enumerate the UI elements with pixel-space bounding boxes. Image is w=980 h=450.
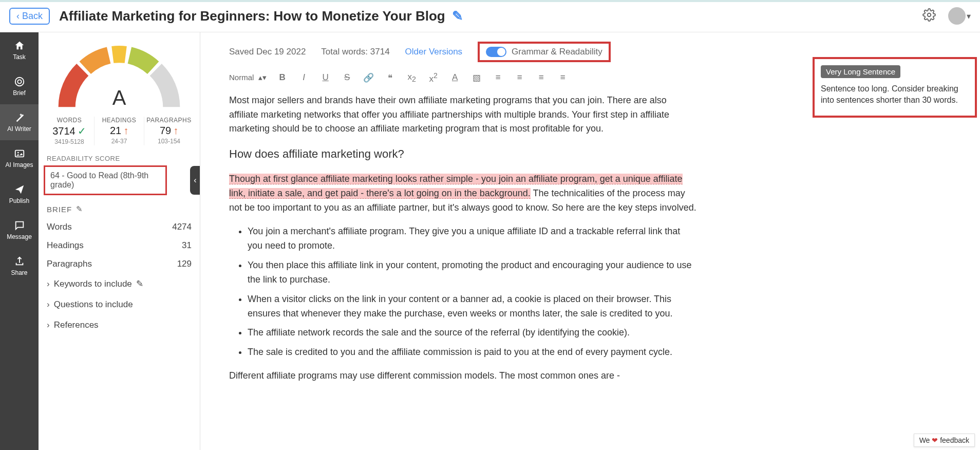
grammar-label: Grammar & Readability [512,47,602,57]
share-icon [14,256,25,267]
nav-ai-images[interactable]: AI Images [0,140,39,176]
svg-point-4 [17,152,18,154]
chevron-right-icon: › [47,299,50,310]
nav-publish[interactable]: Publish [0,176,39,212]
paragraph: Though at first glance affiliate marketi… [229,172,698,215]
send-icon [14,184,25,195]
target-icon [14,76,25,87]
user-menu[interactable]: ▾ [948,7,971,25]
stat-headings: HEADINGS 21↑ 24-37 [95,117,144,145]
grade-letter: A [112,86,126,109]
nav-share[interactable]: Share [0,248,39,284]
grammar-tooltip: Very Long Sentence Sentence too long. Co… [813,57,977,118]
avatar-icon [948,7,966,25]
svg-point-1 [15,78,24,86]
svg-rect-3 [15,151,24,157]
unordered-list-button[interactable]: ≡ [514,72,525,83]
heart-icon: ❤ [932,436,938,444]
heading: How does affiliate marketing work? [229,145,698,163]
readability-score: 64 - Good to Read (8th-9th grade) [44,165,167,195]
edit-icon[interactable]: ✎ [136,278,143,289]
feedback-widget[interactable]: We ❤ feedback [914,434,975,447]
list-item: You then place this affiliate link in yo… [248,258,698,287]
settings-icon[interactable] [922,8,936,24]
chevron-left-icon: ‹ [16,11,20,21]
back-button[interactable]: ‹ Back [9,8,50,25]
strike-button[interactable]: S [342,72,353,83]
check-icon: ✓ [78,125,86,137]
list-item: The affiliate network records the sale a… [248,326,698,340]
readability-label: READABILITY SCORE [39,145,200,165]
quote-button[interactable]: ❝ [385,72,396,83]
side-nav: Task Brief AI Writer AI Images Publish M… [0,32,39,450]
tooltip-title: Very Long Sentence [821,65,900,78]
list: You join a merchant's affiliate program.… [248,224,698,360]
brief-questions[interactable]: ›Questions to include [39,294,200,315]
list-item: The sale is credited to you and the affi… [248,345,698,360]
subscript-button[interactable]: x2 [406,72,418,83]
wand-icon [14,112,25,123]
nav-ai-writer[interactable]: AI Writer [0,104,39,140]
content-grade-gauge: A [52,42,186,114]
older-versions-link[interactable]: Older Versions [405,47,463,57]
side-panel: A WORDS 3714✓ 3419-5128 HEADINGS 21↑ 24-… [39,32,200,450]
nav-message[interactable]: Message [0,212,39,248]
superscript-button[interactable]: x2 [428,71,439,84]
brief-references[interactable]: ›References [39,315,200,335]
message-icon [14,220,25,231]
paragraph: Most major sellers and brands have their… [229,93,698,137]
arrow-up-icon: ↑ [173,125,178,137]
nav-task[interactable]: Task [0,32,39,68]
text-color-button[interactable]: A [449,72,461,83]
indent-button[interactable]: ≡ [536,72,547,83]
image-icon [14,148,25,159]
highlight-button[interactable]: ▧ [471,72,482,83]
brief-paragraphs: Paragraphs129 [39,255,200,273]
list-item: When a visitor clicks on the link in you… [248,292,698,321]
editor-main: Saved Dec 19 2022 Total words: 3714 Olde… [200,32,980,450]
nav-brief[interactable]: Brief [0,68,39,104]
total-words: Total words: 3714 [321,47,389,57]
svg-point-2 [17,80,21,83]
back-label: Back [22,11,43,21]
tooltip-body: Sentence too long. Consider breaking int… [821,83,969,106]
list-item: You join a merchant's affiliate program.… [248,224,698,253]
grammar-toggle[interactable] [486,47,506,57]
collapse-panel-button[interactable]: ‹ [190,166,200,195]
chevron-right-icon: › [47,320,50,330]
edit-brief-icon[interactable]: ✎ [76,204,83,214]
stat-words: WORDS 3714✓ 3419-5128 [45,117,95,145]
outdent-button[interactable]: ≡ [557,72,569,83]
bold-button[interactable]: B [277,72,288,83]
ordered-list-button[interactable]: ≡ [493,72,504,83]
page-title: Affiliate Marketing for Beginners: How t… [59,8,922,24]
underline-button[interactable]: U [320,72,331,83]
home-icon [14,40,25,51]
brief-words: Words4274 [39,218,200,236]
chevron-right-icon: › [47,279,50,289]
editor-content[interactable]: Most major sellers and brands have their… [217,91,710,413]
svg-point-0 [928,13,931,17]
chevron-down-icon: ▾ [967,11,971,21]
brief-header: BRIEF ✎ [39,195,200,218]
stat-paragraphs: PARAGRAPHS 79↑ 103-154 [144,117,194,145]
stats-row: WORDS 3714✓ 3419-5128 HEADINGS 21↑ 24-37… [39,114,200,145]
brief-keywords[interactable]: ›Keywords to include✎ [39,273,200,294]
saved-status: Saved Dec 19 2022 [229,47,306,57]
grammar-toggle-wrap: Grammar & Readability [478,42,611,62]
edit-title-icon[interactable]: ✎ [452,8,463,24]
italic-button[interactable]: I [298,72,310,83]
link-button[interactable]: 🔗 [363,72,374,83]
brief-headings: Headings31 [39,236,200,255]
format-select[interactable]: Normal ▴▾ [229,73,267,82]
arrow-up-icon: ↑ [123,125,128,137]
paragraph: Different affiliate programs may use dif… [229,369,698,383]
